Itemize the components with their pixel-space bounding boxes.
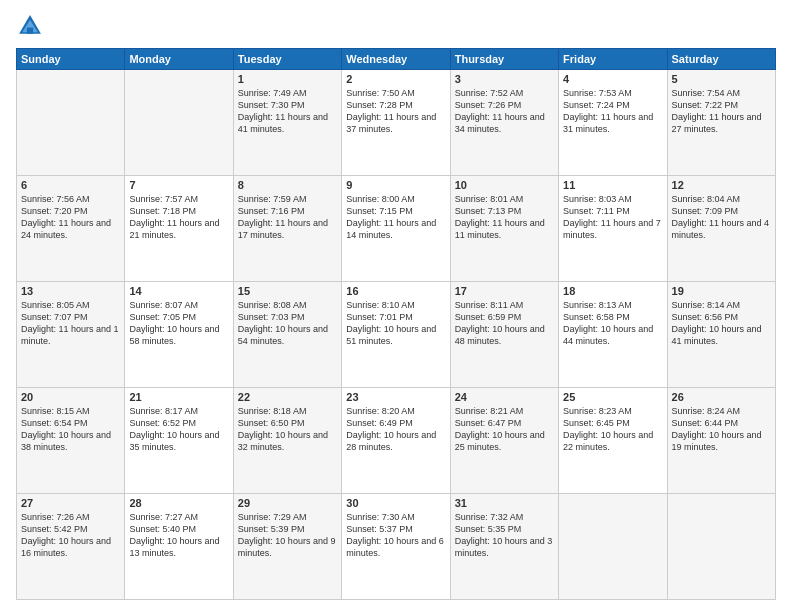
calendar-cell: 19Sunrise: 8:14 AM Sunset: 6:56 PM Dayli… — [667, 282, 775, 388]
day-info: Sunrise: 7:32 AM Sunset: 5:35 PM Dayligh… — [455, 511, 554, 560]
day-number: 31 — [455, 497, 554, 509]
calendar-cell: 15Sunrise: 8:08 AM Sunset: 7:03 PM Dayli… — [233, 282, 341, 388]
calendar-cell: 25Sunrise: 8:23 AM Sunset: 6:45 PM Dayli… — [559, 388, 667, 494]
day-number: 13 — [21, 285, 120, 297]
day-info: Sunrise: 8:05 AM Sunset: 7:07 PM Dayligh… — [21, 299, 120, 348]
day-info: Sunrise: 8:17 AM Sunset: 6:52 PM Dayligh… — [129, 405, 228, 454]
day-info: Sunrise: 7:27 AM Sunset: 5:40 PM Dayligh… — [129, 511, 228, 560]
calendar-cell: 20Sunrise: 8:15 AM Sunset: 6:54 PM Dayli… — [17, 388, 125, 494]
day-number: 6 — [21, 179, 120, 191]
day-header-sunday: Sunday — [17, 49, 125, 70]
day-number: 21 — [129, 391, 228, 403]
day-info: Sunrise: 7:56 AM Sunset: 7:20 PM Dayligh… — [21, 193, 120, 242]
day-number: 8 — [238, 179, 337, 191]
calendar-cell: 30Sunrise: 7:30 AM Sunset: 5:37 PM Dayli… — [342, 494, 450, 600]
calendar-cell: 23Sunrise: 8:20 AM Sunset: 6:49 PM Dayli… — [342, 388, 450, 494]
day-info: Sunrise: 8:21 AM Sunset: 6:47 PM Dayligh… — [455, 405, 554, 454]
day-info: Sunrise: 7:50 AM Sunset: 7:28 PM Dayligh… — [346, 87, 445, 136]
day-header-wednesday: Wednesday — [342, 49, 450, 70]
day-number: 24 — [455, 391, 554, 403]
calendar-cell: 27Sunrise: 7:26 AM Sunset: 5:42 PM Dayli… — [17, 494, 125, 600]
day-number: 27 — [21, 497, 120, 509]
day-number: 26 — [672, 391, 771, 403]
calendar-cell: 18Sunrise: 8:13 AM Sunset: 6:58 PM Dayli… — [559, 282, 667, 388]
calendar-cell: 3Sunrise: 7:52 AM Sunset: 7:26 PM Daylig… — [450, 70, 558, 176]
calendar-cell: 13Sunrise: 8:05 AM Sunset: 7:07 PM Dayli… — [17, 282, 125, 388]
calendar-cell: 24Sunrise: 8:21 AM Sunset: 6:47 PM Dayli… — [450, 388, 558, 494]
calendar-header-row: SundayMondayTuesdayWednesdayThursdayFrid… — [17, 49, 776, 70]
day-info: Sunrise: 7:54 AM Sunset: 7:22 PM Dayligh… — [672, 87, 771, 136]
day-info: Sunrise: 7:49 AM Sunset: 7:30 PM Dayligh… — [238, 87, 337, 136]
day-info: Sunrise: 8:11 AM Sunset: 6:59 PM Dayligh… — [455, 299, 554, 348]
day-info: Sunrise: 7:53 AM Sunset: 7:24 PM Dayligh… — [563, 87, 662, 136]
calendar-cell — [559, 494, 667, 600]
calendar-week-3: 13Sunrise: 8:05 AM Sunset: 7:07 PM Dayli… — [17, 282, 776, 388]
header — [16, 12, 776, 40]
day-header-friday: Friday — [559, 49, 667, 70]
day-number: 1 — [238, 73, 337, 85]
day-info: Sunrise: 8:23 AM Sunset: 6:45 PM Dayligh… — [563, 405, 662, 454]
day-header-saturday: Saturday — [667, 49, 775, 70]
day-number: 19 — [672, 285, 771, 297]
day-number: 18 — [563, 285, 662, 297]
day-number: 10 — [455, 179, 554, 191]
calendar-cell: 6Sunrise: 7:56 AM Sunset: 7:20 PM Daylig… — [17, 176, 125, 282]
calendar-cell: 8Sunrise: 7:59 AM Sunset: 7:16 PM Daylig… — [233, 176, 341, 282]
calendar-cell: 11Sunrise: 8:03 AM Sunset: 7:11 PM Dayli… — [559, 176, 667, 282]
day-number: 28 — [129, 497, 228, 509]
day-number: 7 — [129, 179, 228, 191]
day-number: 15 — [238, 285, 337, 297]
day-number: 16 — [346, 285, 445, 297]
day-info: Sunrise: 8:01 AM Sunset: 7:13 PM Dayligh… — [455, 193, 554, 242]
day-info: Sunrise: 8:07 AM Sunset: 7:05 PM Dayligh… — [129, 299, 228, 348]
day-info: Sunrise: 8:20 AM Sunset: 6:49 PM Dayligh… — [346, 405, 445, 454]
calendar-table: SundayMondayTuesdayWednesdayThursdayFrid… — [16, 48, 776, 600]
day-info: Sunrise: 8:04 AM Sunset: 7:09 PM Dayligh… — [672, 193, 771, 242]
day-number: 9 — [346, 179, 445, 191]
calendar-week-4: 20Sunrise: 8:15 AM Sunset: 6:54 PM Dayli… — [17, 388, 776, 494]
day-header-thursday: Thursday — [450, 49, 558, 70]
day-info: Sunrise: 8:13 AM Sunset: 6:58 PM Dayligh… — [563, 299, 662, 348]
day-number: 29 — [238, 497, 337, 509]
calendar-week-5: 27Sunrise: 7:26 AM Sunset: 5:42 PM Dayli… — [17, 494, 776, 600]
calendar-cell: 7Sunrise: 7:57 AM Sunset: 7:18 PM Daylig… — [125, 176, 233, 282]
calendar-cell — [17, 70, 125, 176]
day-info: Sunrise: 7:30 AM Sunset: 5:37 PM Dayligh… — [346, 511, 445, 560]
calendar-cell: 1Sunrise: 7:49 AM Sunset: 7:30 PM Daylig… — [233, 70, 341, 176]
day-info: Sunrise: 8:00 AM Sunset: 7:15 PM Dayligh… — [346, 193, 445, 242]
day-number: 14 — [129, 285, 228, 297]
day-number: 2 — [346, 73, 445, 85]
day-number: 22 — [238, 391, 337, 403]
day-number: 30 — [346, 497, 445, 509]
day-number: 11 — [563, 179, 662, 191]
day-header-monday: Monday — [125, 49, 233, 70]
calendar-cell: 29Sunrise: 7:29 AM Sunset: 5:39 PM Dayli… — [233, 494, 341, 600]
day-number: 17 — [455, 285, 554, 297]
day-info: Sunrise: 8:15 AM Sunset: 6:54 PM Dayligh… — [21, 405, 120, 454]
day-number: 4 — [563, 73, 662, 85]
day-info: Sunrise: 7:57 AM Sunset: 7:18 PM Dayligh… — [129, 193, 228, 242]
day-info: Sunrise: 8:08 AM Sunset: 7:03 PM Dayligh… — [238, 299, 337, 348]
day-number: 3 — [455, 73, 554, 85]
calendar-cell — [125, 70, 233, 176]
calendar-cell: 26Sunrise: 8:24 AM Sunset: 6:44 PM Dayli… — [667, 388, 775, 494]
calendar-week-1: 1Sunrise: 7:49 AM Sunset: 7:30 PM Daylig… — [17, 70, 776, 176]
day-number: 5 — [672, 73, 771, 85]
calendar-cell: 16Sunrise: 8:10 AM Sunset: 7:01 PM Dayli… — [342, 282, 450, 388]
calendar-cell: 5Sunrise: 7:54 AM Sunset: 7:22 PM Daylig… — [667, 70, 775, 176]
calendar-cell: 4Sunrise: 7:53 AM Sunset: 7:24 PM Daylig… — [559, 70, 667, 176]
calendar-cell: 31Sunrise: 7:32 AM Sunset: 5:35 PM Dayli… — [450, 494, 558, 600]
calendar-cell: 9Sunrise: 8:00 AM Sunset: 7:15 PM Daylig… — [342, 176, 450, 282]
day-number: 23 — [346, 391, 445, 403]
calendar-cell: 22Sunrise: 8:18 AM Sunset: 6:50 PM Dayli… — [233, 388, 341, 494]
calendar-cell: 10Sunrise: 8:01 AM Sunset: 7:13 PM Dayli… — [450, 176, 558, 282]
calendar-cell: 21Sunrise: 8:17 AM Sunset: 6:52 PM Dayli… — [125, 388, 233, 494]
day-number: 20 — [21, 391, 120, 403]
day-header-tuesday: Tuesday — [233, 49, 341, 70]
calendar-week-2: 6Sunrise: 7:56 AM Sunset: 7:20 PM Daylig… — [17, 176, 776, 282]
page: SundayMondayTuesdayWednesdayThursdayFrid… — [0, 0, 792, 612]
day-number: 25 — [563, 391, 662, 403]
calendar-cell: 14Sunrise: 8:07 AM Sunset: 7:05 PM Dayli… — [125, 282, 233, 388]
day-info: Sunrise: 8:24 AM Sunset: 6:44 PM Dayligh… — [672, 405, 771, 454]
day-info: Sunrise: 8:18 AM Sunset: 6:50 PM Dayligh… — [238, 405, 337, 454]
